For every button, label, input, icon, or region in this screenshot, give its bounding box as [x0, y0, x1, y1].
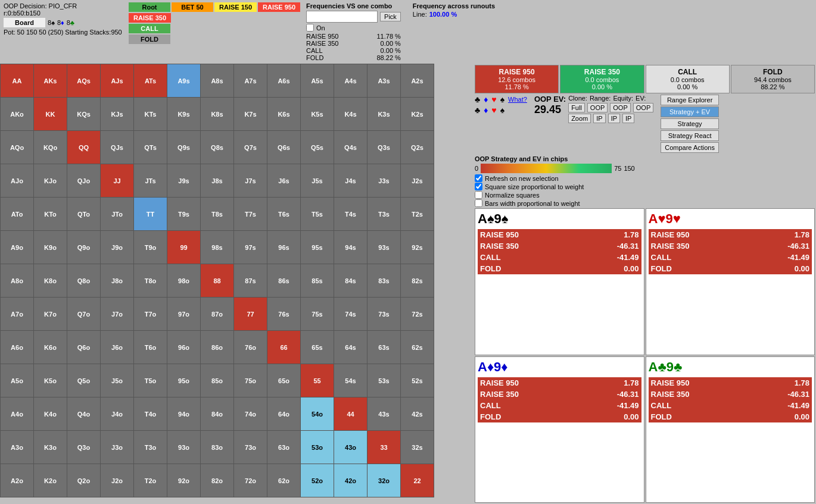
matrix-cell[interactable]: K3o [34, 431, 67, 464]
matrix-cell[interactable]: 33 [367, 431, 401, 464]
matrix-cell[interactable]: JTs [134, 164, 167, 198]
matrix-cell[interactable]: 83s [367, 264, 401, 298]
matrix-cell[interactable]: T5o [134, 364, 167, 397]
heart-icon-2[interactable]: ♥ [491, 105, 496, 115]
matrix-cell[interactable]: T7s [234, 198, 267, 231]
matrix-cell[interactable]: 82s [401, 264, 434, 298]
spade-icon-1[interactable]: ♠ [500, 95, 504, 104]
matrix-cell[interactable]: 93o [167, 431, 201, 464]
matrix-cell[interactable]: AJo [1, 164, 34, 198]
matrix-cell[interactable]: Q2s [401, 131, 434, 164]
matrix-cell[interactable]: 73o [234, 431, 267, 464]
matrix-cell[interactable]: J3o [101, 431, 134, 464]
what-link[interactable]: What? [508, 96, 527, 103]
matrix-cell[interactable]: 76o [234, 331, 267, 364]
matrix-cell[interactable]: 64o [267, 397, 301, 431]
matrix-cell[interactable]: 96s [267, 231, 301, 264]
matrix-cell[interactable]: Q8s [201, 131, 234, 164]
matrix-cell[interactable]: 76s [267, 298, 301, 331]
matrix-cell[interactable]: KQo [34, 131, 67, 164]
oop-button-3[interactable]: OOP [633, 103, 653, 112]
club-icon-1[interactable]: ♣ [475, 95, 480, 104]
matrix-cell[interactable]: 62s [401, 331, 434, 364]
matrix-cell[interactable]: 96o [167, 331, 201, 364]
board-button[interactable]: Board [4, 18, 45, 27]
matrix-cell[interactable]: 42s [401, 397, 434, 431]
matrix-cell[interactable]: Q3o [67, 431, 101, 464]
matrix-cell[interactable]: A4s [334, 64, 367, 98]
matrix-cell[interactable]: 95o [167, 364, 201, 397]
matrix-cell[interactable]: AJs [101, 64, 134, 98]
matrix-cell[interactable]: 53s [367, 364, 401, 397]
matrix-cell[interactable]: AQo [1, 131, 34, 164]
matrix-cell[interactable]: K3s [367, 98, 401, 131]
combo-ac9c[interactable]: A♣9♣ RAISE 9501.78 RAISE 350-46.31 CALL-… [646, 356, 815, 503]
matrix-cell[interactable]: 85o [201, 364, 234, 397]
matrix-cell[interactable]: 32o [367, 464, 401, 497]
ip-button-2[interactable]: IP [608, 114, 620, 123]
cb-square-size[interactable] [475, 183, 482, 190]
matrix-cell[interactable]: 93s [367, 231, 401, 264]
matrix-cell[interactable]: 87s [234, 264, 267, 298]
matrix-cell[interactable]: KTo [34, 198, 67, 231]
matrix-cell[interactable]: K8s [201, 98, 234, 131]
cb-refresh[interactable] [475, 174, 482, 182]
root-button[interactable]: Root [129, 2, 170, 12]
matrix-cell[interactable]: 22 [401, 464, 434, 497]
matrix-cell[interactable]: A6o [1, 331, 34, 364]
matrix-cell[interactable]: 92s [401, 231, 434, 264]
matrix-cell[interactable]: J4o [101, 397, 134, 431]
matrix-cell[interactable]: 63o [267, 431, 301, 464]
matrix-cell[interactable]: KJs [101, 98, 134, 131]
matrix-cell[interactable]: J6o [101, 331, 134, 364]
matrix-cell[interactable]: K9s [167, 98, 201, 131]
matrix-cell[interactable]: Q2o [67, 464, 101, 497]
matrix-cell[interactable]: 54o [301, 397, 334, 431]
matrix-cell[interactable]: 95s [301, 231, 334, 264]
matrix-cell[interactable]: ATo [1, 198, 34, 231]
matrix-cell[interactable]: 99 [167, 231, 201, 264]
matrix-cell[interactable]: K4s [334, 98, 367, 131]
matrix-cell[interactable]: J2o [101, 464, 134, 497]
raise150-button[interactable]: RAISE 150 [214, 2, 257, 12]
matrix-cell[interactable]: 63s [367, 331, 401, 364]
matrix-cell[interactable]: A9s [167, 64, 201, 98]
matrix-cell[interactable]: 65s [301, 331, 334, 364]
matrix-cell[interactable]: 32s [401, 431, 434, 464]
matrix-cell[interactable]: A6s [267, 64, 301, 98]
matrix-cell[interactable]: 74o [234, 397, 267, 431]
matrix-cell[interactable]: 75s [301, 298, 334, 331]
matrix-cell[interactable]: K7s [234, 98, 267, 131]
raise350-button[interactable]: RAISE 350 [129, 13, 171, 23]
matrix-cell[interactable]: T7o [134, 298, 167, 331]
matrix-cell[interactable]: 84o [201, 397, 234, 431]
club-icon-2[interactable]: ♣ [475, 105, 480, 115]
matrix-cell[interactable]: J3s [367, 164, 401, 198]
matrix-cell[interactable]: T4s [334, 198, 367, 231]
matrix-cell[interactable]: TT [134, 198, 167, 231]
matrix-cell[interactable]: T5s [301, 198, 334, 231]
matrix-cell[interactable]: 97s [234, 231, 267, 264]
matrix-cell[interactable]: Q3s [367, 131, 401, 164]
matrix-cell[interactable]: A3s [367, 64, 401, 98]
diamond-icon-1[interactable]: ♦ [484, 95, 488, 104]
matrix-cell[interactable]: T6o [134, 331, 167, 364]
matrix-cell[interactable]: Q4o [67, 397, 101, 431]
matrix-cell[interactable]: Q6s [267, 131, 301, 164]
matrix-cell[interactable]: K2s [401, 98, 434, 131]
matrix-cell[interactable]: K2o [34, 464, 67, 497]
matrix-cell[interactable]: J4s [334, 164, 367, 198]
diamond-icon-2[interactable]: ♦ [484, 105, 488, 115]
matrix-cell[interactable]: J2s [401, 164, 434, 198]
matrix-cell[interactable]: 62o [267, 464, 301, 497]
matrix-cell[interactable]: Q5s [301, 131, 334, 164]
combo-as9s[interactable]: A♠9♠ RAISE 9501.78 RAISE 350-46.31 CALL-… [475, 208, 644, 355]
matrix-cell[interactable]: 73s [367, 298, 401, 331]
full-button[interactable]: Full [568, 103, 585, 112]
matrix-cell[interactable]: KK [34, 98, 67, 131]
matrix-cell[interactable]: A5s [301, 64, 334, 98]
matrix-cell[interactable]: Q7s [234, 131, 267, 164]
combo-ad9d[interactable]: A♦9♦ RAISE 9501.78 RAISE 350-46.31 CALL-… [475, 356, 644, 503]
matrix-cell[interactable]: 94s [334, 231, 367, 264]
matrix-cell[interactable]: A8o [1, 264, 34, 298]
